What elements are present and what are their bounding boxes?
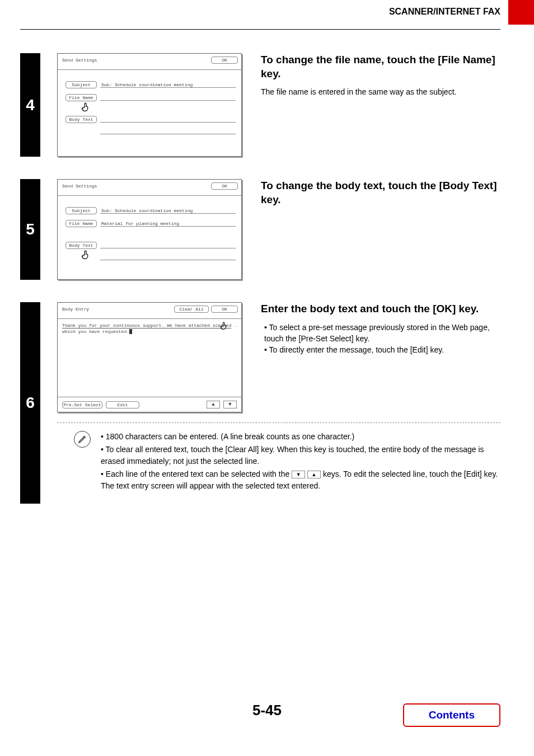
touch-hand-icon [80,101,92,115]
ok-button[interactable]: OK [211,57,238,64]
step-number: 6 [20,302,40,504]
step-4: 4 Send Settings OK Subject Sub: Schedule… [20,53,500,157]
scroll-up-button[interactable]: ▲ [207,401,220,408]
body-line-1: Thank you for your continuous support. W… [62,323,231,328]
body-entry-panel: Body Entry Clear All OK Thank you for yo… [57,302,242,412]
body-text-value [100,243,236,248]
note-2: To clear all entered text, touch the [Cl… [101,444,500,467]
subject-value: Sub: Schedule coordination meeting [100,82,236,88]
down-arrow-icon: ▼ [292,471,305,478]
scroll-down-button[interactable]: ▼ [223,401,237,408]
clear-all-button[interactable]: Clear All [174,306,209,313]
body-line-2: which you have requested. [62,329,129,334]
step-number: 5 [20,179,40,280]
step-6: 6 Body Entry Clear All OK Thank you for … [20,302,500,504]
step-heading: To change the file name, touch the [File… [261,53,500,81]
step-6-text: Enter the body text and touch the [OK] k… [261,302,500,356]
step-5: 5 Send Settings OK Subject Sub: Schedule… [20,179,500,280]
file-name-button[interactable]: File Name [65,220,97,227]
ok-button[interactable]: OK [211,182,238,190]
subject-button[interactable]: Subject [65,207,97,214]
step-body-text: The file name is entered in the same way… [261,86,500,97]
edit-button[interactable]: Edit [106,401,139,408]
note-3: Each line of the entered text can be sel… [101,468,500,492]
contents-link[interactable]: Contents [403,703,500,727]
body-text-area[interactable]: Thank you for your continuous support. W… [58,319,241,397]
file-name-button[interactable]: File Name [65,94,97,101]
panel-title: Body Entry [62,307,89,312]
body-text-value [100,117,236,123]
send-settings-panel: Send Settings OK Subject Sub: Schedule c… [57,179,242,280]
subject-button[interactable]: Subject [65,81,97,88]
bullet-2: To directly enter the message, touch the… [264,344,500,355]
up-arrow-icon: ▲ [307,471,321,478]
body-text-line2 [100,255,236,260]
subject-value: Sub: Schedule coordination meeting [100,208,236,214]
step-4-text: To change the file name, touch the [File… [261,53,500,98]
file-name-value [100,95,236,101]
note-1: 1800 characters can be entered. (A line … [101,431,500,443]
bullet-1: To select a pre-set message previously s… [264,322,500,345]
panel-title: Send Settings [62,58,97,63]
send-settings-panel: Send Settings OK Subject Sub: Schedule c… [57,53,242,157]
body-text-button[interactable]: Body Text [65,242,97,249]
step-5-text: To change the body text, touch the [Body… [261,179,500,212]
panel-title: Send Settings [62,184,97,189]
section-title: SCANNER/INTERNET FAX [389,0,508,25]
step-heading: Enter the body text and touch the [OK] k… [261,302,500,316]
page-content: 4 Send Settings OK Subject Sub: Schedule… [0,30,534,504]
body-text-button[interactable]: Body Text [65,116,97,123]
step-heading: To change the body text, touch the [Body… [261,179,500,206]
note-pencil-icon [74,431,91,448]
step-number: 4 [20,53,40,157]
dashed-separator [57,422,500,423]
text-cursor [129,329,132,334]
preset-select-button[interactable]: Pre-Set Select [62,401,102,408]
body-text-line2 [100,129,236,134]
ok-button[interactable]: OK [211,306,238,313]
page-header: SCANNER/INTERNET FAX [0,0,534,25]
note-block: 1800 characters can be entered. (A line … [57,431,500,493]
header-accent [508,0,534,25]
file-name-value: Material for planning meeting [100,221,236,227]
